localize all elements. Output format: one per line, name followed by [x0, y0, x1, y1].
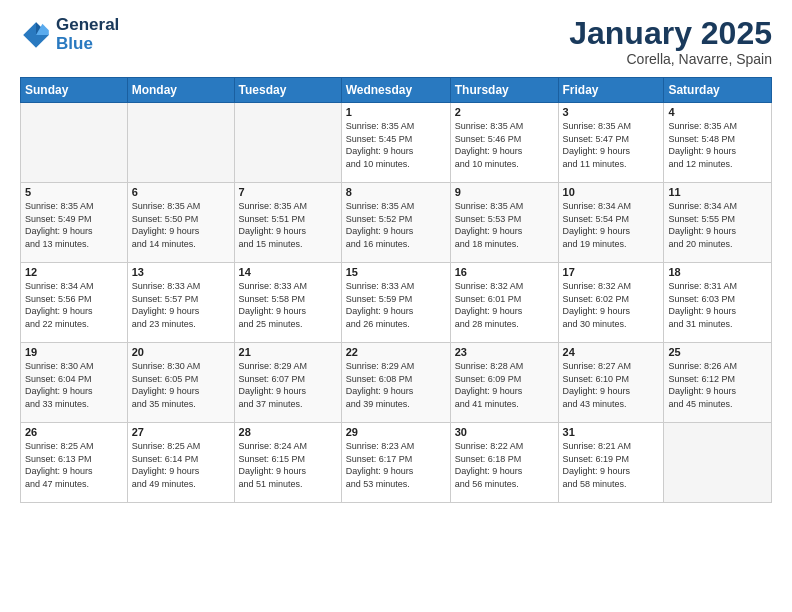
weekday-header-wednesday: Wednesday	[341, 78, 450, 103]
day-info: Sunrise: 8:35 AM Sunset: 5:49 PM Dayligh…	[25, 200, 123, 250]
weekday-header-friday: Friday	[558, 78, 664, 103]
day-number: 31	[563, 426, 660, 438]
header: General Blue January 2025 Corella, Navar…	[20, 16, 772, 67]
day-info: Sunrise: 8:35 AM Sunset: 5:52 PM Dayligh…	[346, 200, 446, 250]
calendar-cell: 1Sunrise: 8:35 AM Sunset: 5:45 PM Daylig…	[341, 103, 450, 183]
calendar-cell: 2Sunrise: 8:35 AM Sunset: 5:46 PM Daylig…	[450, 103, 558, 183]
calendar-cell: 22Sunrise: 8:29 AM Sunset: 6:08 PM Dayli…	[341, 343, 450, 423]
day-info: Sunrise: 8:35 AM Sunset: 5:47 PM Dayligh…	[563, 120, 660, 170]
calendar-cell: 3Sunrise: 8:35 AM Sunset: 5:47 PM Daylig…	[558, 103, 664, 183]
day-number: 29	[346, 426, 446, 438]
day-number: 26	[25, 426, 123, 438]
title-block: January 2025 Corella, Navarre, Spain	[569, 16, 772, 67]
day-number: 13	[132, 266, 230, 278]
day-number: 4	[668, 106, 767, 118]
day-info: Sunrise: 8:35 AM Sunset: 5:48 PM Dayligh…	[668, 120, 767, 170]
day-info: Sunrise: 8:35 AM Sunset: 5:45 PM Dayligh…	[346, 120, 446, 170]
calendar-week-row: 19Sunrise: 8:30 AM Sunset: 6:04 PM Dayli…	[21, 343, 772, 423]
day-number: 8	[346, 186, 446, 198]
day-number: 7	[239, 186, 337, 198]
day-info: Sunrise: 8:30 AM Sunset: 6:05 PM Dayligh…	[132, 360, 230, 410]
day-info: Sunrise: 8:29 AM Sunset: 6:07 PM Dayligh…	[239, 360, 337, 410]
day-info: Sunrise: 8:35 AM Sunset: 5:50 PM Dayligh…	[132, 200, 230, 250]
calendar-cell	[664, 423, 772, 503]
logo-text: General Blue	[56, 16, 119, 53]
location-subtitle: Corella, Navarre, Spain	[569, 51, 772, 67]
day-number: 2	[455, 106, 554, 118]
weekday-header-monday: Monday	[127, 78, 234, 103]
calendar-cell: 13Sunrise: 8:33 AM Sunset: 5:57 PM Dayli…	[127, 263, 234, 343]
day-info: Sunrise: 8:33 AM Sunset: 5:57 PM Dayligh…	[132, 280, 230, 330]
calendar-cell: 28Sunrise: 8:24 AM Sunset: 6:15 PM Dayli…	[234, 423, 341, 503]
day-number: 30	[455, 426, 554, 438]
day-info: Sunrise: 8:35 AM Sunset: 5:51 PM Dayligh…	[239, 200, 337, 250]
day-number: 12	[25, 266, 123, 278]
calendar-cell: 27Sunrise: 8:25 AM Sunset: 6:14 PM Dayli…	[127, 423, 234, 503]
day-number: 18	[668, 266, 767, 278]
day-info: Sunrise: 8:24 AM Sunset: 6:15 PM Dayligh…	[239, 440, 337, 490]
day-info: Sunrise: 8:35 AM Sunset: 5:53 PM Dayligh…	[455, 200, 554, 250]
calendar-cell: 21Sunrise: 8:29 AM Sunset: 6:07 PM Dayli…	[234, 343, 341, 423]
day-info: Sunrise: 8:30 AM Sunset: 6:04 PM Dayligh…	[25, 360, 123, 410]
calendar-cell: 10Sunrise: 8:34 AM Sunset: 5:54 PM Dayli…	[558, 183, 664, 263]
weekday-header-row: SundayMondayTuesdayWednesdayThursdayFrid…	[21, 78, 772, 103]
page: General Blue January 2025 Corella, Navar…	[0, 0, 792, 612]
day-number: 20	[132, 346, 230, 358]
logo: General Blue	[20, 16, 119, 53]
day-number: 9	[455, 186, 554, 198]
calendar-table: SundayMondayTuesdayWednesdayThursdayFrid…	[20, 77, 772, 503]
day-info: Sunrise: 8:25 AM Sunset: 6:13 PM Dayligh…	[25, 440, 123, 490]
day-info: Sunrise: 8:23 AM Sunset: 6:17 PM Dayligh…	[346, 440, 446, 490]
calendar-week-row: 26Sunrise: 8:25 AM Sunset: 6:13 PM Dayli…	[21, 423, 772, 503]
day-info: Sunrise: 8:21 AM Sunset: 6:19 PM Dayligh…	[563, 440, 660, 490]
calendar-cell: 5Sunrise: 8:35 AM Sunset: 5:49 PM Daylig…	[21, 183, 128, 263]
calendar-cell: 24Sunrise: 8:27 AM Sunset: 6:10 PM Dayli…	[558, 343, 664, 423]
day-number: 17	[563, 266, 660, 278]
day-info: Sunrise: 8:22 AM Sunset: 6:18 PM Dayligh…	[455, 440, 554, 490]
day-number: 21	[239, 346, 337, 358]
calendar-week-row: 12Sunrise: 8:34 AM Sunset: 5:56 PM Dayli…	[21, 263, 772, 343]
day-number: 16	[455, 266, 554, 278]
calendar-cell: 6Sunrise: 8:35 AM Sunset: 5:50 PM Daylig…	[127, 183, 234, 263]
day-info: Sunrise: 8:34 AM Sunset: 5:55 PM Dayligh…	[668, 200, 767, 250]
day-number: 25	[668, 346, 767, 358]
day-number: 22	[346, 346, 446, 358]
day-info: Sunrise: 8:32 AM Sunset: 6:02 PM Dayligh…	[563, 280, 660, 330]
weekday-header-sunday: Sunday	[21, 78, 128, 103]
calendar-cell: 23Sunrise: 8:28 AM Sunset: 6:09 PM Dayli…	[450, 343, 558, 423]
day-number: 24	[563, 346, 660, 358]
calendar-cell: 19Sunrise: 8:30 AM Sunset: 6:04 PM Dayli…	[21, 343, 128, 423]
calendar-cell: 30Sunrise: 8:22 AM Sunset: 6:18 PM Dayli…	[450, 423, 558, 503]
day-info: Sunrise: 8:34 AM Sunset: 5:54 PM Dayligh…	[563, 200, 660, 250]
calendar-week-row: 5Sunrise: 8:35 AM Sunset: 5:49 PM Daylig…	[21, 183, 772, 263]
calendar-cell: 7Sunrise: 8:35 AM Sunset: 5:51 PM Daylig…	[234, 183, 341, 263]
calendar-cell: 8Sunrise: 8:35 AM Sunset: 5:52 PM Daylig…	[341, 183, 450, 263]
day-number: 28	[239, 426, 337, 438]
calendar-cell: 14Sunrise: 8:33 AM Sunset: 5:58 PM Dayli…	[234, 263, 341, 343]
day-info: Sunrise: 8:27 AM Sunset: 6:10 PM Dayligh…	[563, 360, 660, 410]
calendar-cell: 31Sunrise: 8:21 AM Sunset: 6:19 PM Dayli…	[558, 423, 664, 503]
calendar-week-row: 1Sunrise: 8:35 AM Sunset: 5:45 PM Daylig…	[21, 103, 772, 183]
day-number: 10	[563, 186, 660, 198]
day-number: 6	[132, 186, 230, 198]
calendar-cell: 20Sunrise: 8:30 AM Sunset: 6:05 PM Dayli…	[127, 343, 234, 423]
day-number: 5	[25, 186, 123, 198]
calendar-cell: 4Sunrise: 8:35 AM Sunset: 5:48 PM Daylig…	[664, 103, 772, 183]
calendar-cell	[127, 103, 234, 183]
day-info: Sunrise: 8:25 AM Sunset: 6:14 PM Dayligh…	[132, 440, 230, 490]
day-info: Sunrise: 8:33 AM Sunset: 5:59 PM Dayligh…	[346, 280, 446, 330]
calendar-cell: 26Sunrise: 8:25 AM Sunset: 6:13 PM Dayli…	[21, 423, 128, 503]
month-title: January 2025	[569, 16, 772, 51]
day-number: 11	[668, 186, 767, 198]
weekday-header-tuesday: Tuesday	[234, 78, 341, 103]
weekday-header-thursday: Thursday	[450, 78, 558, 103]
calendar-cell	[21, 103, 128, 183]
day-number: 19	[25, 346, 123, 358]
calendar-cell: 16Sunrise: 8:32 AM Sunset: 6:01 PM Dayli…	[450, 263, 558, 343]
calendar-cell: 11Sunrise: 8:34 AM Sunset: 5:55 PM Dayli…	[664, 183, 772, 263]
calendar-cell: 9Sunrise: 8:35 AM Sunset: 5:53 PM Daylig…	[450, 183, 558, 263]
day-info: Sunrise: 8:29 AM Sunset: 6:08 PM Dayligh…	[346, 360, 446, 410]
day-number: 15	[346, 266, 446, 278]
calendar-cell: 29Sunrise: 8:23 AM Sunset: 6:17 PM Dayli…	[341, 423, 450, 503]
day-info: Sunrise: 8:26 AM Sunset: 6:12 PM Dayligh…	[668, 360, 767, 410]
